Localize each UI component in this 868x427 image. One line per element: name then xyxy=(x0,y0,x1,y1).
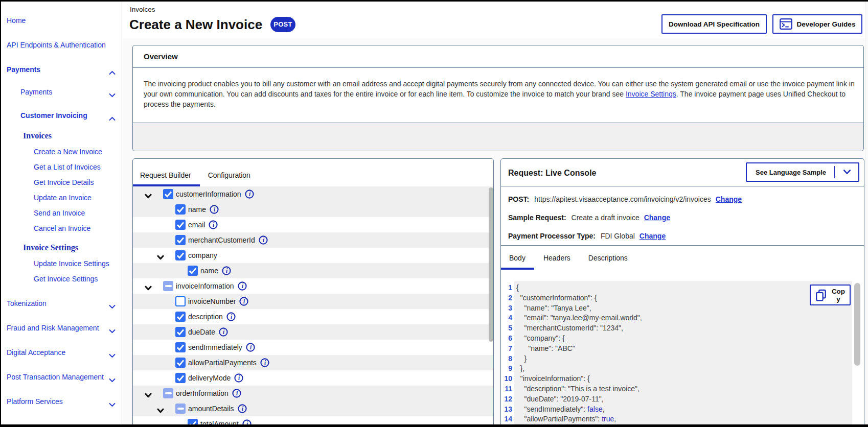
checkbox-customerInformation[interactable] xyxy=(163,189,173,199)
sidebar-item-payments[interactable]: Payments xyxy=(20,88,52,96)
checkbox-name[interactable] xyxy=(188,266,198,276)
tab-body[interactable]: Body xyxy=(501,246,534,270)
tree-label: allowPartialPayments xyxy=(188,359,257,367)
breadcrumb: Invoices xyxy=(130,6,155,13)
info-icon[interactable]: i xyxy=(232,389,241,398)
developer-guides-button[interactable]: Developer Guides xyxy=(772,14,862,34)
field-value: Create a draft invoice xyxy=(572,214,639,222)
sidebar-item-get-invoice-details[interactable]: Get Invoice Details xyxy=(34,179,94,186)
code-text: "merchantCustomerId": "1234", xyxy=(514,323,852,334)
info-icon[interactable]: i xyxy=(238,281,247,291)
tree-row-customerInformation: customerInformationi xyxy=(133,186,493,202)
checkbox-email[interactable] xyxy=(175,220,186,230)
chevron-down-icon[interactable] xyxy=(109,400,116,405)
chevron-down-icon[interactable] xyxy=(109,326,116,331)
terminal-icon xyxy=(780,18,792,30)
checkbox-description[interactable] xyxy=(175,312,186,322)
tab-headers[interactable]: Headers xyxy=(535,246,579,270)
checkbox-amountDetails[interactable] xyxy=(175,404,186,414)
sidebar-item-send-an-invoice[interactable]: Send an Invoice xyxy=(34,209,85,217)
tree-row-allowPartialPayments: allowPartialPaymentsi xyxy=(133,355,493,370)
change-link[interactable]: Change xyxy=(644,214,670,222)
sidebar-item-tokenization[interactable]: Tokenization xyxy=(7,300,47,307)
info-icon[interactable]: i xyxy=(219,327,228,337)
checkbox-name[interactable] xyxy=(175,204,186,215)
sidebar-item-update-invoice-settings[interactable]: Update Invoice Settings xyxy=(34,260,109,268)
info-icon[interactable]: i xyxy=(209,220,218,229)
tree-row-merchantCustomerId: merchantCustomerIdi xyxy=(133,232,493,248)
change-link[interactable]: Change xyxy=(716,195,742,203)
button-divider xyxy=(834,166,835,178)
checkbox-dueDate[interactable] xyxy=(175,327,186,337)
sidebar-item-post-transaction-management[interactable]: Post Transaction Management xyxy=(7,373,104,381)
checkbox-deliveryMode[interactable] xyxy=(175,373,186,383)
code-text: "description": "This is a test invoice", xyxy=(514,384,852,394)
info-icon[interactable]: i xyxy=(210,205,219,214)
tree-row-email: emaili xyxy=(133,217,493,232)
expand-caret-icon[interactable] xyxy=(145,391,152,396)
request-builder-tabs: Request BuilderConfiguration xyxy=(133,159,493,186)
sidebar-item-payments[interactable]: Payments xyxy=(7,66,40,74)
download-api-spec-button[interactable]: Download API Specification xyxy=(661,14,767,34)
expand-caret-icon[interactable] xyxy=(157,406,164,411)
sidebar-item-invoices[interactable]: Invoices xyxy=(23,132,52,139)
page-scrollbar[interactable] xyxy=(865,2,868,424)
see-language-sample-button[interactable]: See Language Sample xyxy=(746,162,859,182)
checkbox-merchantCustomerId[interactable] xyxy=(175,235,186,245)
sidebar-item-fraud-and-risk-management[interactable]: Fraud and Risk Management xyxy=(7,324,99,332)
sidebar-item-api-endpoints-authentication[interactable]: API Endpoints & Authentication xyxy=(7,41,106,49)
tab-descriptions[interactable]: Descriptions xyxy=(580,246,636,270)
sidebar-item-home[interactable]: Home xyxy=(7,17,26,25)
expand-caret-icon[interactable] xyxy=(145,283,152,289)
chevron-down-icon[interactable] xyxy=(109,375,116,380)
expand-caret-icon[interactable] xyxy=(145,192,152,197)
sidebar-item-digital-acceptance[interactable]: Digital Acceptance xyxy=(7,349,65,357)
change-link[interactable]: Change xyxy=(639,232,666,240)
expand-caret-icon[interactable] xyxy=(157,253,164,258)
sidebar-item-get-invoice-settings[interactable]: Get Invoice Settings xyxy=(34,275,98,283)
window-frame-left xyxy=(0,0,1,427)
chevron-up-icon[interactable] xyxy=(109,68,116,73)
tree-label: customerInformation xyxy=(176,190,241,198)
sidebar-item-customer-invoicing[interactable]: Customer Invoicing xyxy=(20,112,87,120)
checkbox-invoiceInformation[interactable] xyxy=(163,281,173,291)
invoice-settings-link[interactable]: Invoice Settings xyxy=(626,90,676,98)
info-icon[interactable]: i xyxy=(245,189,254,199)
line-number: 2 xyxy=(501,293,512,303)
checkbox-company[interactable] xyxy=(175,250,186,260)
sidebar-item-get-a-list-of-invoices[interactable]: Get a List of Invoices xyxy=(34,163,101,171)
tree-scrollbar[interactable] xyxy=(489,187,493,342)
chevron-down-icon[interactable] xyxy=(109,302,116,306)
info-icon[interactable]: i xyxy=(260,358,269,367)
code-scrollbar[interactable] xyxy=(854,283,860,366)
sidebar-item-update-an-invoice[interactable]: Update an Invoice xyxy=(34,194,92,202)
sidebar-item-platform-services[interactable]: Platform Services xyxy=(7,398,63,406)
tree-label: email xyxy=(188,221,205,229)
checkbox-invoiceNumber[interactable] xyxy=(175,296,186,306)
checkbox-orderInformation[interactable] xyxy=(163,388,173,398)
code-text: "name": "Tanya Lee", xyxy=(514,303,852,314)
tree-row-name: namei xyxy=(133,263,493,278)
chevron-down-icon[interactable] xyxy=(109,90,116,95)
overview-panel-header: Overview xyxy=(133,45,863,68)
sidebar-item-cancel-an-invoice[interactable]: Cancel an Invoice xyxy=(34,225,90,232)
tree-row-name: namei xyxy=(133,202,493,217)
info-icon[interactable]: i xyxy=(234,373,243,383)
info-icon[interactable]: i xyxy=(222,266,231,275)
info-icon[interactable]: i xyxy=(238,404,247,413)
field-label: Payment Processor Type: xyxy=(508,232,596,240)
info-icon[interactable]: i xyxy=(246,343,255,352)
sidebar-item-invoice-settings[interactable]: Invoice Settings xyxy=(23,244,78,251)
tab-configuration[interactable]: Configuration xyxy=(201,159,259,186)
copy-button[interactable]: Copy xyxy=(810,284,851,305)
checkbox-allowPartialPayments[interactable] xyxy=(175,358,186,368)
sidebar-item-create-a-new-invoice[interactable]: Create a New Invoice xyxy=(34,148,102,156)
checkbox-sendImmediately[interactable] xyxy=(175,342,186,352)
tab-request-builder[interactable]: Request Builder xyxy=(133,159,200,186)
info-icon[interactable]: i xyxy=(259,235,268,245)
chevron-up-icon[interactable] xyxy=(109,114,116,118)
field-label: Sample Request: xyxy=(508,214,566,222)
chevron-down-icon[interactable] xyxy=(109,351,116,355)
info-icon[interactable]: i xyxy=(226,312,236,321)
info-icon[interactable]: i xyxy=(239,297,248,306)
